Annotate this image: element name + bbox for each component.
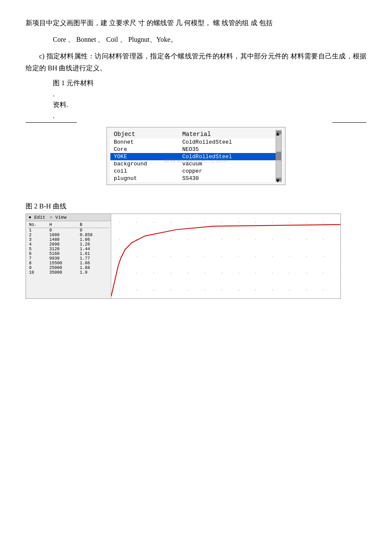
bh-table-row[interactable]: 420901.26 xyxy=(28,242,109,247)
bh-cell-h: 35000 xyxy=(48,270,79,275)
bh-table-row[interactable]: 651601.61 xyxy=(28,251,109,256)
row-object: background xyxy=(110,160,179,168)
bh-cell-b: 1.06 xyxy=(78,237,109,242)
components-paragraph: Core 、 Bonnet 、 Coil 、 Plugnut、Yoke。 xyxy=(26,34,366,46)
bh-table-row[interactable]: 9250001.88 xyxy=(28,266,109,270)
bh-cell-h: 9930 xyxy=(48,256,79,261)
bh-table-row[interactable]: 10350001.9 xyxy=(28,270,109,275)
bh-edit-radio[interactable]: ● Edit xyxy=(29,215,46,220)
bh-cell-b: 1.86 xyxy=(78,261,109,266)
bh-table: No. H B 100210800.858314801.06420901.265… xyxy=(28,222,109,275)
material-table-wrap: Object Material Bonnet ColdRolledSteel C… xyxy=(110,130,276,182)
row-material: vacuum xyxy=(179,160,276,168)
col-object: Object xyxy=(110,130,179,139)
table-row[interactable]: plugnut SS430 xyxy=(110,175,276,182)
hr-left-line xyxy=(26,122,77,123)
bh-cell-no: 4 xyxy=(28,242,48,247)
bh-cell-h: 2090 xyxy=(48,242,79,247)
bh-cell-b: 1.9 xyxy=(78,270,109,275)
bh-cell-h: 1480 xyxy=(48,237,79,242)
bh-cell-no: 5 xyxy=(28,247,48,251)
table-row[interactable]: coil copper xyxy=(110,168,276,175)
material-panel: Object Material Bonnet ColdRolledSteel C… xyxy=(107,127,285,185)
dot1: . xyxy=(26,90,366,98)
bh-col-h: H xyxy=(48,222,79,228)
fig2-label: 图 2 B-H 曲线 xyxy=(26,202,366,211)
bh-cell-h: 3120 xyxy=(48,247,79,251)
row-material: ColdRolledSteel xyxy=(179,153,276,160)
bh-cell-b: 1.88 xyxy=(78,266,109,270)
svg-rect-2 xyxy=(111,214,340,298)
row-material: SS430 xyxy=(179,175,276,182)
bh-panel: ● Edit ○ View No. H B 100210800.85831480… xyxy=(26,214,341,299)
scrollbar-up-arrow[interactable]: ▲ xyxy=(276,131,281,134)
material-table: Object Material Bonnet ColdRolledSteel C… xyxy=(110,130,276,182)
row-object: Bonnet xyxy=(110,139,179,146)
bh-view-radio[interactable]: ○ View xyxy=(50,215,67,220)
material-scrollbar-wrap: Object Material Bonnet ColdRolledSteel C… xyxy=(110,130,282,182)
bh-cell-h: 0 xyxy=(48,228,79,233)
bh-left-panel: ● Edit ○ View No. H B 100210800.85831480… xyxy=(26,214,111,298)
table-row-selected[interactable]: YOKE ColdRolledSteel xyxy=(110,153,276,160)
intro-paragraph: 新项目中定义画图平面，建 立要求尺 寸 的螺线管 几 何模型， 螺 线管的组 成… xyxy=(26,17,366,29)
bh-cell-no: 2 xyxy=(28,233,48,237)
bh-chart-svg xyxy=(111,214,340,298)
bh-data-table: No. H B 100210800.858314801.06420901.265… xyxy=(26,221,111,298)
bh-cell-no: 9 xyxy=(28,266,48,270)
row-object: coil xyxy=(110,168,179,175)
fig1-label: 图 1 元件材料 xyxy=(26,79,366,88)
material-table-header: Object Material xyxy=(110,130,276,139)
bh-cell-no: 8 xyxy=(28,261,48,266)
bh-cell-b: 1.26 xyxy=(78,242,109,247)
bh-cell-h: 5160 xyxy=(48,251,79,256)
bh-cell-no: 3 xyxy=(28,237,48,242)
bh-section: 图 2 B-H 曲线 ● Edit ○ View No. H B xyxy=(26,202,366,299)
hr-right-line xyxy=(332,122,366,123)
bh-col-b: B xyxy=(78,222,109,228)
scrollbar-thumb[interactable] xyxy=(276,152,281,160)
bh-cell-no: 10 xyxy=(28,270,48,275)
material-scrollbar[interactable]: ▲ ▼ xyxy=(276,130,282,182)
bh-cell-b: 1.61 xyxy=(78,251,109,256)
bh-cell-b: 0.858 xyxy=(78,233,109,237)
bh-cell-no: 6 xyxy=(28,251,48,256)
bh-cell-no: 7 xyxy=(28,256,48,261)
bh-table-row[interactable]: 210800.858 xyxy=(28,233,109,237)
row-object: Core xyxy=(110,146,179,153)
bh-table-row[interactable]: 314801.06 xyxy=(28,237,109,242)
dot2: . xyxy=(26,112,366,120)
bh-table-row[interactable]: 100 xyxy=(28,228,109,233)
bh-cell-b: 1.77 xyxy=(78,256,109,261)
bh-col-no: No. xyxy=(28,222,48,228)
table-row[interactable]: Bonnet ColdRolledSteel xyxy=(110,139,276,146)
bh-table-row[interactable]: 8155001.86 xyxy=(28,261,109,266)
material-desc-paragraph: c) 指定材料属性：访问材料管理器，指定各个螺线管元件的材料，其中部分元件的 材… xyxy=(26,50,366,75)
bh-table-body: 100210800.858314801.06420901.26531201.44… xyxy=(28,228,109,275)
bh-toolbar: ● Edit ○ View xyxy=(26,214,111,221)
row-object: YOKE xyxy=(110,153,179,160)
material-container: Object Material Bonnet ColdRolledSteel C… xyxy=(26,127,366,194)
bh-table-row[interactable]: 531201.44 xyxy=(28,247,109,251)
row-material: NEO35 xyxy=(179,146,276,153)
bh-cell-h: 1080 xyxy=(48,233,79,237)
bh-cell-h: 25000 xyxy=(48,266,79,270)
resource-text: 资料. xyxy=(26,101,366,110)
row-material: ColdRolledSteel xyxy=(179,139,276,146)
hr-divider xyxy=(26,122,366,123)
col-material: Material xyxy=(179,130,276,139)
bh-cell-h: 15500 xyxy=(48,261,79,266)
bh-table-row[interactable]: 799301.77 xyxy=(28,256,109,261)
table-row[interactable]: Core NEO35 xyxy=(110,146,276,153)
bh-cell-b: 0 xyxy=(78,228,109,233)
row-object: plugnut xyxy=(110,175,179,182)
scrollbar-down-arrow[interactable]: ▼ xyxy=(276,178,281,181)
material-table-body: Bonnet ColdRolledSteel Core NEO35 YOKE C… xyxy=(110,139,276,182)
bh-cell-no: 1 xyxy=(28,228,48,233)
table-row[interactable]: background vacuum xyxy=(110,160,276,168)
row-material: copper xyxy=(179,168,276,175)
bh-cell-b: 1.44 xyxy=(78,247,109,251)
bh-chart-right xyxy=(111,214,340,298)
